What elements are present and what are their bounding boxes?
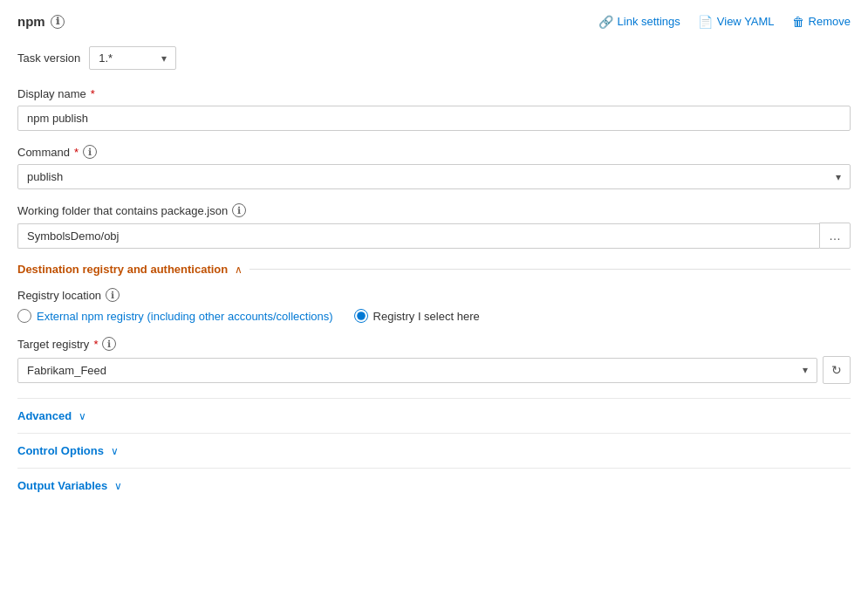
target-registry-row: Fabrikam_Feed ▾ ↻ (17, 356, 851, 384)
remove-icon: 🗑 (792, 15, 804, 29)
command-required: * (74, 146, 79, 159)
npm-info-icon[interactable]: ℹ (51, 15, 65, 29)
task-version-row: Task version 1.* ▾ (17, 46, 851, 70)
view-yaml-button[interactable]: 📄 View YAML (698, 15, 775, 29)
output-variables-label: Output Variables (17, 479, 107, 492)
target-registry-label: Target registry * ℹ (17, 337, 851, 351)
external-registry-radio[interactable] (17, 309, 31, 323)
control-options-chevron: ∨ (111, 445, 119, 457)
control-options-section[interactable]: Control Options ∨ (17, 433, 851, 468)
working-folder-row: … (17, 223, 851, 249)
internal-registry-option[interactable]: Registry I select here (354, 309, 480, 323)
npm-title: npm ℹ (17, 14, 65, 29)
dest-registry-title: Destination registry and authentication (17, 263, 228, 276)
npm-label: npm (17, 14, 45, 29)
browse-button[interactable]: … (819, 223, 851, 249)
advanced-section[interactable]: Advanced ∨ (17, 398, 851, 433)
browse-icon: … (829, 229, 841, 243)
dest-registry-chevron[interactable]: ∧ (235, 264, 243, 276)
working-folder-input[interactable] (17, 223, 819, 249)
task-version-label: Task version (17, 51, 80, 65)
internal-registry-radio[interactable] (354, 309, 368, 323)
command-info-icon[interactable]: ℹ (83, 145, 97, 159)
working-folder-info-icon[interactable]: ℹ (232, 203, 246, 217)
command-label: Command * ℹ (17, 145, 851, 159)
refresh-button[interactable]: ↻ (823, 356, 851, 384)
command-value: publish (27, 170, 63, 183)
advanced-label: Advanced (17, 409, 72, 422)
refresh-icon: ↻ (831, 363, 842, 377)
target-registry-chevron: ▾ (803, 364, 808, 376)
working-folder-group: Working folder that contains package.jso… (17, 203, 851, 249)
output-variables-chevron: ∨ (114, 480, 122, 492)
command-select[interactable]: publish ▾ (17, 164, 851, 189)
link-icon: 🔗 (598, 15, 613, 29)
registry-location-label: Registry location ℹ (17, 288, 851, 302)
command-chevron: ▾ (836, 171, 841, 183)
advanced-chevron: ∨ (79, 410, 86, 422)
yaml-icon: 📄 (698, 15, 713, 29)
display-name-required: * (91, 87, 95, 100)
dest-registry-section-header: Destination registry and authentication … (17, 263, 851, 276)
header-actions: 🔗 Link settings 📄 View YAML 🗑 Remove (598, 15, 851, 29)
registry-location-info-icon[interactable]: ℹ (106, 288, 120, 302)
link-settings-button[interactable]: 🔗 Link settings (598, 15, 680, 29)
output-variables-section[interactable]: Output Variables ∨ (17, 468, 851, 503)
internal-registry-label: Registry I select here (373, 310, 480, 323)
working-folder-label: Working folder that contains package.jso… (17, 203, 851, 217)
target-registry-required: * (93, 338, 98, 351)
target-registry-select[interactable]: Fabrikam_Feed ▾ (17, 358, 817, 383)
display-name-group: Display name * (17, 87, 851, 131)
display-name-label: Display name * (17, 87, 851, 100)
target-registry-info-icon[interactable]: ℹ (102, 337, 116, 351)
external-registry-option[interactable]: External npm registry (including other a… (17, 309, 333, 323)
external-registry-label: External npm registry (including other a… (37, 310, 333, 323)
task-version-value: 1.* (99, 51, 113, 65)
display-name-input[interactable] (17, 106, 851, 131)
task-version-select[interactable]: 1.* ▾ (89, 46, 176, 70)
registry-options: External npm registry (including other a… (17, 309, 851, 323)
dest-registry-divider (249, 269, 851, 270)
command-group: Command * ℹ publish ▾ (17, 145, 851, 189)
registry-location-group: Registry location ℹ External npm registr… (17, 288, 851, 323)
target-registry-group: Target registry * ℹ Fabrikam_Feed ▾ ↻ (17, 337, 851, 384)
task-version-chevron: ▾ (161, 52, 167, 65)
remove-button[interactable]: 🗑 Remove (792, 15, 851, 29)
control-options-label: Control Options (17, 444, 104, 457)
target-registry-value: Fabrikam_Feed (27, 364, 106, 377)
